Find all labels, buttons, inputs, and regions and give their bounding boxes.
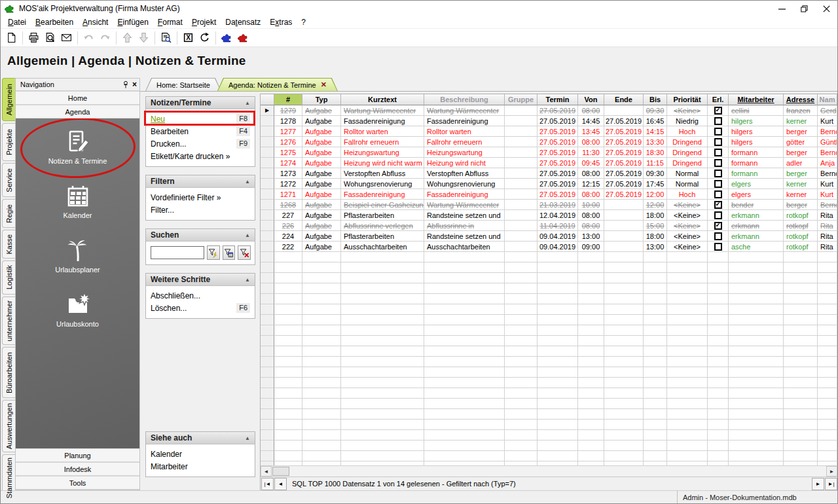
row-selector[interactable]: [261, 210, 274, 221]
column-header-beschreibung[interactable]: Beschreibung: [424, 94, 505, 105]
checkbox-unchecked[interactable]: [714, 117, 722, 125]
section-header[interactable]: Suchen▲: [146, 229, 255, 242]
undo-button[interactable]: [81, 30, 97, 46]
first-record-button[interactable]: |◄: [261, 478, 274, 490]
table-row[interactable]: 1273AufgabeVerstopften AbflussVerstopfte…: [261, 168, 837, 179]
action-bearbeiten[interactable]: BearbeitenF4: [151, 125, 250, 137]
collapse-icon[interactable]: ▲: [245, 232, 250, 238]
row-selector[interactable]: [261, 231, 274, 242]
last-record-button[interactable]: ►|: [825, 478, 837, 490]
section-header[interactable]: Siehe auch▲: [146, 432, 255, 444]
module-tab-regie[interactable]: Regie: [2, 199, 15, 228]
row-selector[interactable]: [261, 126, 274, 137]
print-preview-button[interactable]: [42, 30, 58, 46]
datasheet-preview-button[interactable]: [158, 30, 174, 46]
action-l-schen-[interactable]: Löschen...F6: [151, 302, 250, 314]
column-header-selector[interactable]: [261, 94, 274, 105]
checkbox-unchecked[interactable]: [714, 138, 722, 146]
row-selector[interactable]: [261, 168, 274, 179]
nav-group-home[interactable]: Home: [16, 91, 139, 105]
collapse-icon[interactable]: ▲: [245, 179, 250, 185]
module-tab-auswertungen[interactable]: Auswertungen: [2, 400, 15, 452]
column-header-typ[interactable]: Typ: [302, 94, 341, 105]
action-drucken-[interactable]: Drucken...F9: [151, 137, 250, 150]
scroll-left-icon[interactable]: ◄: [261, 466, 272, 477]
collapse-icon[interactable]: ▲: [245, 435, 250, 441]
checkbox-unchecked[interactable]: [714, 149, 722, 156]
close-button[interactable]: [815, 1, 837, 16]
module-tab-allgemein[interactable]: Allgemein: [2, 78, 15, 121]
column-header-adresse[interactable]: Adresse: [784, 94, 818, 105]
column-header-#[interactable]: #: [274, 94, 302, 105]
checkbox-unchecked[interactable]: [714, 159, 722, 167]
excel-export-button[interactable]: X: [180, 30, 196, 46]
email-button[interactable]: [58, 30, 75, 46]
move-up-button[interactable]: [119, 30, 136, 46]
table-row[interactable]: 226AufgabeAbflussrinne verlegenAbflussri…: [261, 221, 837, 231]
row-selector[interactable]: ▶: [261, 105, 274, 116]
column-header-termin[interactable]: Termin: [537, 94, 578, 105]
checkbox-checked[interactable]: ✔: [714, 201, 722, 209]
previous-record-button[interactable]: ◄: [274, 478, 287, 490]
table-row[interactable]: 224AufgabePflasterarbeitenRandsteine set…: [261, 231, 837, 242]
section-header[interactable]: Filtern▲: [146, 175, 255, 188]
row-selector[interactable]: [261, 147, 274, 158]
menu-ansicht[interactable]: Ansicht: [78, 17, 113, 27]
checkbox-unchecked[interactable]: [714, 128, 722, 135]
row-selector[interactable]: [261, 242, 274, 252]
scrollbar-thumb[interactable]: [272, 467, 289, 476]
table-row[interactable]: 1271AufgabeFassadenreinigungFassadenrein…: [261, 189, 837, 200]
table-row[interactable]: 1277AufgabeRolltor wartenRolltor warten2…: [261, 126, 837, 137]
horizontal-scrollbar[interactable]: ◄ ►: [261, 465, 837, 477]
row-selector[interactable]: [261, 116, 274, 126]
table-row[interactable]: 1272AufgabeWohungsrenovierungWohungsreno…: [261, 179, 837, 189]
menu-einfgen[interactable]: Einfügen: [113, 17, 153, 27]
column-header-gruppe[interactable]: Gruppe: [505, 94, 537, 105]
checkbox-unchecked[interactable]: [714, 190, 722, 198]
menu-datei[interactable]: Datei: [3, 17, 31, 27]
module-tab-logistik[interactable]: Logistik: [2, 261, 15, 295]
row-selector[interactable]: [261, 189, 274, 200]
nav-group-tools[interactable]: Tools: [16, 476, 139, 490]
menu-format[interactable]: Format: [153, 17, 187, 27]
menu-bearbeiten[interactable]: Bearbeiten: [31, 17, 78, 27]
module-tab-unternehmer[interactable]: unternehmer: [2, 297, 15, 345]
checkbox-checked[interactable]: ✔: [714, 222, 722, 230]
action-kalender[interactable]: Kalender: [151, 448, 250, 460]
action-mitarbeiter[interactable]: Mitarbeiter: [151, 460, 250, 473]
table-row[interactable]: 1278AufgabeFassadenreinigungFassadenrein…: [261, 116, 837, 126]
row-selector[interactable]: [261, 158, 274, 168]
table-row[interactable]: 222AufgabeAusschachtarbeitenAusschachtar…: [261, 242, 837, 252]
tab-home-startseite[interactable]: Home: Startseite: [145, 78, 221, 91]
table-row[interactable]: 1275AufgabeHeizungswartungHeizungswartun…: [261, 147, 837, 158]
row-selector[interactable]: [261, 221, 274, 231]
column-header-von[interactable]: Von: [578, 94, 604, 105]
nav-group-planung[interactable]: Planung: [16, 448, 139, 462]
column-header-kurztext[interactable]: Kurztext: [341, 94, 424, 105]
column-header-erl[interactable]: Erl.: [708, 94, 729, 105]
nav-item-notizen-termine[interactable]: Notizen & Termine: [22, 129, 134, 165]
column-header-nam[interactable]: Nam: [818, 94, 837, 105]
close-panel-icon[interactable]: ×: [132, 81, 137, 88]
search-input[interactable]: [151, 246, 204, 259]
column-header-prioritt[interactable]: Priorität: [667, 94, 708, 105]
table-row[interactable]: 1268AufgabeBeispiel einer GasheizungWart…: [261, 200, 837, 210]
filter-clear-button[interactable]: [238, 245, 251, 260]
move-down-button[interactable]: [136, 30, 152, 46]
plugin-red-button[interactable]: [235, 30, 251, 46]
row-selector[interactable]: [261, 179, 274, 189]
action-filter-[interactable]: Filter...: [151, 204, 250, 216]
new-document-button[interactable]: [3, 30, 20, 46]
checkbox-unchecked[interactable]: [714, 170, 722, 177]
collapse-icon[interactable]: ▲: [245, 100, 250, 106]
section-header[interactable]: Weitere Schritte▲: [146, 274, 255, 286]
table-row[interactable]: ▶1279AufgabeWartung WärmecenterWartung W…: [261, 105, 837, 116]
row-selector[interactable]: [261, 200, 274, 210]
section-header[interactable]: Notizen/Termine▲: [146, 97, 255, 109]
module-tab-büroarbeiten[interactable]: Büroarbeiten: [2, 347, 15, 398]
action-neu[interactable]: NeuF8: [151, 113, 250, 125]
action-vordefinierte-filter-[interactable]: Vordefinierte Filter »: [151, 191, 250, 204]
checkbox-unchecked[interactable]: [714, 243, 722, 251]
module-tab-projekte[interactable]: Projekte: [2, 123, 15, 161]
collapse-icon[interactable]: ▲: [245, 277, 250, 283]
